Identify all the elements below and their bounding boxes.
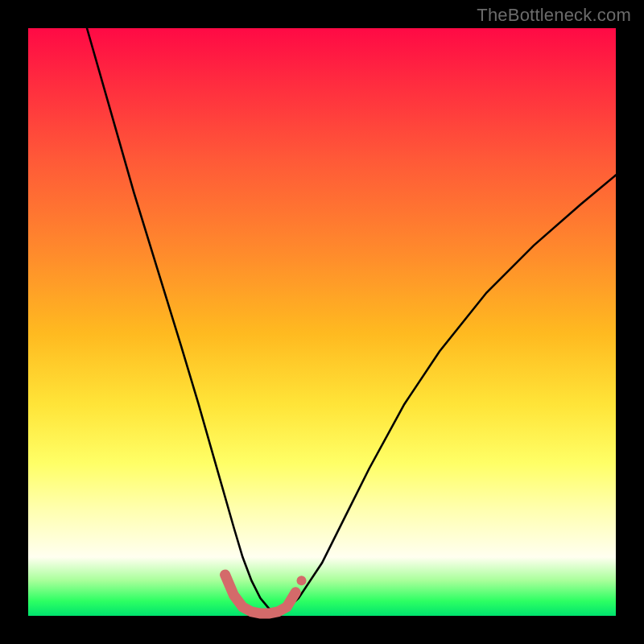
chart-svg bbox=[28, 28, 616, 616]
optimal-point-right bbox=[297, 576, 307, 585]
bottleneck-curve bbox=[87, 28, 616, 613]
chart-frame: TheBottleneck.com bbox=[0, 0, 644, 644]
plot-area bbox=[28, 28, 616, 616]
optimal-region-highlight bbox=[225, 575, 296, 613]
watermark-text: TheBottleneck.com bbox=[477, 5, 631, 26]
optimal-point-left bbox=[221, 570, 230, 580]
